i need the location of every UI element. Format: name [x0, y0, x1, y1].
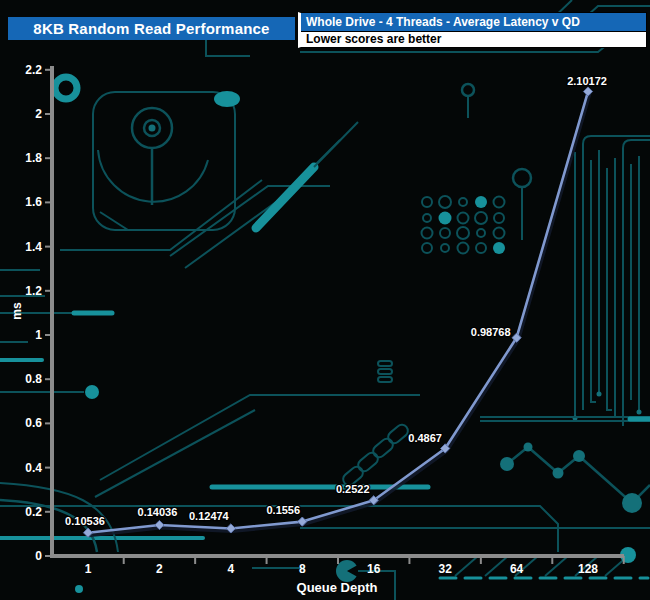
x-tick-label: 32	[438, 562, 452, 576]
data-point-label: 0.1556	[266, 504, 300, 516]
chart-subtitle: Whole Drive - 4 Threads - Average Latenc…	[301, 13, 646, 32]
y-tick-label: 1	[35, 328, 42, 342]
data-point-label: 0.2522	[336, 483, 370, 495]
data-point-label: 2.10172	[567, 75, 607, 87]
y-tick-label: 1.4	[25, 240, 42, 254]
latency-line-chart: 00.20.40.60.811.21.41.61.822.21248163264…	[0, 0, 650, 600]
x-tick-label: 64	[510, 562, 524, 576]
y-tick-label: 1.2	[25, 284, 42, 298]
chart-page: 00.20.40.60.811.21.41.61.822.21248163264…	[0, 0, 650, 600]
data-series-line-shadow	[89, 94, 589, 535]
x-tick-label: 16	[367, 562, 381, 576]
x-tick-label: 128	[578, 562, 598, 576]
chart-title: 8KB Random Read Performance	[33, 20, 269, 37]
x-axis-title: Queue Depth	[297, 580, 378, 595]
y-tick-label: 0.6	[25, 416, 42, 430]
data-point-label: 0.12474	[189, 510, 230, 522]
data-series-line	[88, 92, 588, 533]
y-tick-label: 0.8	[25, 372, 42, 386]
data-point-label: 0.4867	[408, 432, 442, 444]
chart-note: Lower scores are better	[301, 32, 646, 47]
y-tick-label: 2.2	[25, 63, 42, 77]
chart-info-box: Whole Drive - 4 Threads - Average Latenc…	[298, 12, 647, 48]
x-tick-label: 1	[85, 562, 92, 576]
y-tick-label: 1.8	[25, 151, 42, 165]
y-axis-title: ms	[10, 302, 24, 320]
y-tick-label: 0	[35, 549, 42, 563]
data-point-label: 0.10536	[65, 515, 105, 527]
y-tick-label: 2	[35, 107, 42, 121]
x-tick-label: 2	[156, 562, 163, 576]
data-point-label: 0.98768	[471, 326, 511, 338]
y-tick-label: 0.2	[25, 505, 42, 519]
y-tick-label: 0.4	[25, 461, 42, 475]
y-tick-label: 1.6	[25, 195, 42, 209]
chart-title-bar: 8KB Random Read Performance	[8, 17, 295, 40]
x-tick-label: 8	[299, 562, 306, 576]
data-point-label: 0.14036	[138, 506, 178, 518]
x-tick-label: 4	[228, 562, 235, 576]
